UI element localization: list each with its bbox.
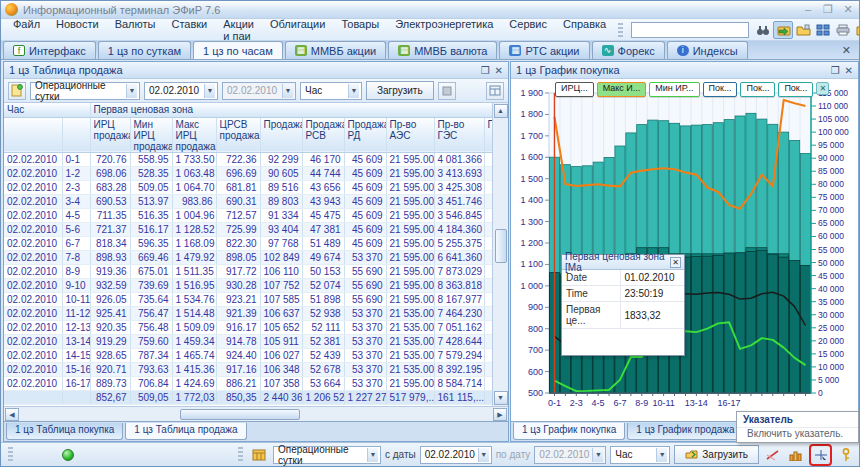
menu-item-6[interactable]: Товары <box>333 16 387 44</box>
table-row[interactable]: 02.02.201011-12925.41756.471 514.48921.3… <box>4 306 492 320</box>
folder-lock-icon[interactable] <box>793 21 813 39</box>
draw-line-icon[interactable] <box>763 446 782 464</box>
minimize-button[interactable]: – <box>801 3 815 16</box>
subtab-1 цз График продажа[interactable]: 1 цз График продажа <box>627 423 743 440</box>
legend-button-4[interactable]: Пок... <box>740 82 775 97</box>
menu-item-5[interactable]: Облигации <box>262 16 333 44</box>
back-folder-icon[interactable] <box>773 21 793 39</box>
column-header-0[interactable]: ИРЦ продажа <box>90 117 130 152</box>
status-date-from[interactable]: 02.02.2010▼ <box>420 446 492 464</box>
column-header-6[interactable]: Продажа РД <box>344 117 386 152</box>
menu-item-4[interactable]: Акции и паи <box>215 16 262 44</box>
horizontal-scrollbar[interactable]: ◀ ▶ <box>4 406 508 421</box>
legend-button-1[interactable]: Макс И... <box>597 82 647 97</box>
menu-item-9[interactable]: Справка <box>555 16 614 44</box>
printer-icon[interactable] <box>833 21 853 39</box>
subtab-1 цз Таблица продажа[interactable]: 1 цз Таблица продажа <box>125 423 246 440</box>
chart-close-icon[interactable]: ✕ <box>845 65 853 76</box>
pause-icon[interactable] <box>438 82 456 100</box>
close-button[interactable]: ✕ <box>841 3 855 16</box>
column-header-9[interactable]: П <box>484 117 492 152</box>
tab-1 цз по часам[interactable]: 1 цз по часам <box>193 41 283 59</box>
status-load-button[interactable]: Загрузить <box>674 445 759 464</box>
tab-Форекс[interactable]: ∿Форекс <box>592 41 665 59</box>
tile-windows-icon[interactable] <box>813 21 833 39</box>
table-row[interactable]: 02.02.20103-4690.53513.97983.86690.3189 … <box>4 194 492 208</box>
column-header-2[interactable]: Макс ИРЦ продажа <box>172 117 216 152</box>
legend-close-icon[interactable]: ✕ <box>816 82 829 95</box>
table-row[interactable]: 02.02.20102-3683.28509.051 064.70681.818… <box>4 180 492 194</box>
scroll-left-icon[interactable]: ◀ <box>5 408 19 421</box>
table-row[interactable]: 02.02.20101-2698.06528.351 063.48696.699… <box>4 166 492 180</box>
legend-button-0[interactable]: ИРЦ... <box>555 82 594 97</box>
hscroll-thumb[interactable] <box>180 409 300 420</box>
column-header-8[interactable]: Пр-во ГЭС <box>434 117 484 152</box>
table-row[interactable]: 02.02.201012-13920.35756.481 509.09916.1… <box>4 320 492 334</box>
tabbar-close-icon[interactable]: ✕ <box>842 44 857 59</box>
load-button[interactable]: Загрузить <box>366 81 434 100</box>
menu-item-3[interactable]: Ставки <box>163 16 215 44</box>
table-row[interactable]: 02.02.20107-8898.93669.461 479.92898.051… <box>4 250 492 264</box>
panel-close-icon[interactable]: ✕ <box>495 65 503 76</box>
status-period-select[interactable]: Операционные сутки▼ <box>273 446 381 464</box>
binoculars-icon[interactable] <box>753 21 773 39</box>
legend-button-5[interactable]: Пок... <box>778 82 813 97</box>
menu-item-0[interactable]: Файл <box>5 16 48 44</box>
menu-item-2[interactable]: Валюты <box>107 16 164 44</box>
column-header-3[interactable]: ЦРСВ продажа <box>216 117 260 152</box>
date-from-field[interactable]: 02.02.2010▼ <box>144 82 218 100</box>
table-row[interactable]: 02.02.201015-16920.71793.631 415.36917.1… <box>4 362 492 376</box>
column-header-1[interactable]: Мин ИРЦ продажа <box>130 117 172 152</box>
table-row[interactable]: 02.02.201016-17889.73706.841 424.69886.2… <box>4 376 492 390</box>
tab-1 цз по суткам[interactable]: 1 цз по суткам <box>98 41 191 59</box>
column-header-7[interactable]: Пр-во АЭС <box>386 117 434 152</box>
table-row[interactable]: 02.02.20104-5711.35516.351 004.96712.579… <box>4 208 492 222</box>
table-row[interactable]: 02.02.20105-6721.37516.171 128.52725.999… <box>4 222 492 236</box>
legend-button-2[interactable]: Мин ИР... <box>649 82 699 97</box>
chart-maximize-icon[interactable]: ❐ <box>831 65 840 76</box>
tab-ММВБ валюта[interactable]: ▦ММВБ валюта <box>388 41 497 59</box>
table-row[interactable]: 02.02.20109-10932.59739.691 516.95930.28… <box>4 278 492 292</box>
column-header-5[interactable]: Продажа РСВ <box>302 117 344 152</box>
period-select[interactable]: Операционные сутки▼ <box>30 82 140 100</box>
tab-Интерфакс[interactable]: fИнтерфакс <box>3 41 96 59</box>
key-icon[interactable] <box>836 446 855 464</box>
scroll-down-icon[interactable]: ▼ <box>494 391 508 405</box>
search-input[interactable] <box>631 22 749 38</box>
subtab-1 цз График покупка[interactable]: 1 цз График покупка <box>513 423 625 440</box>
chart-tooltip-close-icon[interactable]: ✕ <box>670 257 681 268</box>
tab-РТС акции[interactable]: ▦РТС акции <box>499 41 589 59</box>
chart-type-icon[interactable] <box>786 446 805 464</box>
table-settings-icon[interactable] <box>486 82 504 100</box>
date-column-header[interactable] <box>4 117 62 152</box>
table-row[interactable]: 02.02.20108-9919.36675.011 511.35917.721… <box>4 264 492 278</box>
table-row[interactable]: 02.02.20106-7818.34596.351 168.09822.309… <box>4 236 492 250</box>
hour-column-header[interactable]: Час <box>4 103 90 117</box>
menu-item-7[interactable]: Электроэнергетика <box>387 16 501 44</box>
status-interval-select[interactable]: Час▼ <box>610 446 670 464</box>
table-row[interactable]: 02.02.201014-15928.65787.341 465.74924.4… <box>4 348 492 362</box>
pointer-tool-icon[interactable] <box>811 446 830 464</box>
note-icon[interactable] <box>8 82 26 100</box>
subtab-1 цз Таблица покупка[interactable]: 1 цз Таблица покупка <box>6 423 123 440</box>
legend-button-3[interactable]: Пок... <box>703 82 738 97</box>
table-row[interactable]: 02.02.20100-1720.76558.951 733.50722.369… <box>4 152 492 166</box>
vertical-scrollbar[interactable]: ▲ ▼ <box>492 103 508 406</box>
maximize-button[interactable]: ❐ <box>821 3 835 16</box>
column-header-4[interactable]: Продажа <box>260 117 302 152</box>
scroll-right-icon[interactable]: ▶ <box>493 408 507 421</box>
interval-select[interactable]: Час▼ <box>300 82 362 100</box>
scroll-up-icon[interactable]: ▲ <box>494 104 508 118</box>
table-row[interactable]: 02.02.201010-11926.05735.641 534.76923.2… <box>4 292 492 306</box>
menu-item-8[interactable]: Сервис <box>501 16 555 44</box>
vscroll-thumb[interactable] <box>495 229 507 263</box>
tab-ММВБ акции[interactable]: ▦ММВБ акции <box>285 41 386 59</box>
tab-Индексы[interactable]: iИндексы <box>667 41 748 59</box>
panel-maximize-icon[interactable]: ❐ <box>481 65 490 76</box>
menu-item-1[interactable]: Новости <box>48 16 107 44</box>
folder-plus-icon[interactable] <box>853 21 860 39</box>
calendar-icon[interactable] <box>250 446 269 464</box>
chart-plot[interactable]: 5006007008009001 0001 1001 2001 3001 400… <box>511 79 858 421</box>
hour-subcolumn-header[interactable] <box>62 117 90 152</box>
table-row[interactable]: 02.02.201013-14919.29759.601 459.34914.7… <box>4 334 492 348</box>
